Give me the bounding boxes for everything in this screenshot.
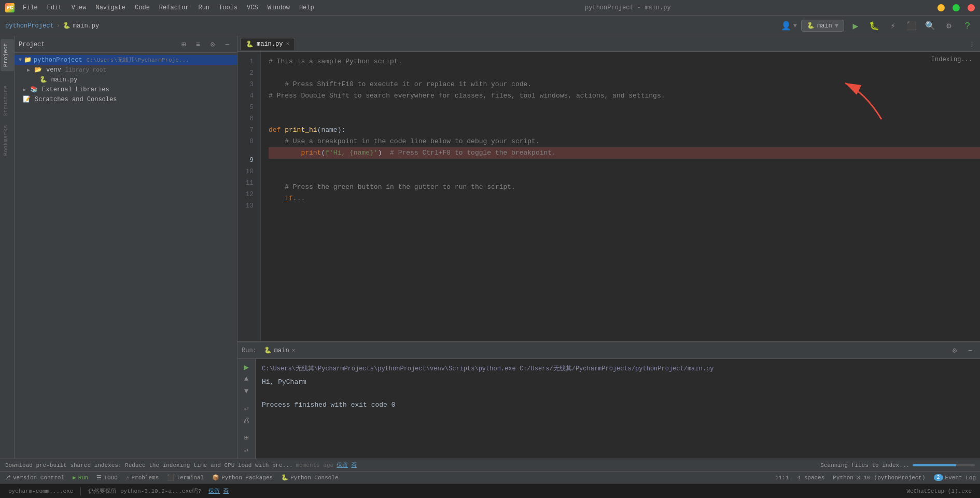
close-button[interactable]: ×: [968, 4, 975, 11]
user-account[interactable]: 👤 ▼: [781, 21, 797, 31]
menu-file[interactable]: File: [19, 3, 42, 12]
status-bar: ⎇ Version Control ▶ Run ☰ TODO ⚠ Problem…: [0, 471, 980, 483]
scanning-text: Scanning files to index...: [820, 462, 909, 468]
status-python-version[interactable]: Python 3.10 (pythonProject): [829, 472, 929, 483]
status-todo[interactable]: ☰ TODO: [92, 472, 121, 483]
scroll-down-button[interactable]: ▼: [240, 387, 253, 395]
content-area: Project Structure Bookmarks Project ⊞ ≡ …: [0, 36, 980, 471]
stop-button[interactable]: ⬛: [904, 19, 919, 33]
expand-all-button[interactable]: ⊞: [178, 39, 189, 50]
menu-refactor[interactable]: Refactor: [155, 3, 193, 12]
python-file-icon: 🐍: [39, 76, 47, 84]
tree-item-external-libs[interactable]: ▶ 📚 External Libraries: [15, 85, 237, 94]
collapse-all-button[interactable]: ≡: [192, 39, 204, 50]
indexing-status: Indexing...: [931, 56, 972, 63]
menu-window[interactable]: Window: [263, 3, 294, 12]
tree-item-mainpy[interactable]: 🐍 main.py: [15, 75, 237, 85]
layout-button[interactable]: ⊞: [240, 433, 253, 442]
debug-button[interactable]: 🐛: [867, 19, 881, 33]
settings-button[interactable]: ⚙: [942, 19, 956, 33]
print-button[interactable]: 🖨: [240, 417, 253, 425]
tab-file-icon: 🐍: [246, 40, 254, 48]
soft-wrap-button[interactable]: ↵: [240, 404, 253, 412]
breadcrumb-file[interactable]: main.py: [73, 22, 99, 30]
line-num-5: 5: [237, 102, 258, 113]
editor-tab-mainpy[interactable]: 🐍 main.py ×: [240, 38, 295, 50]
status-event-log[interactable]: 2 Event Log: [930, 472, 980, 483]
run-config-icon: 🐍: [807, 22, 815, 30]
line-num-7: 7: [237, 125, 258, 136]
menu-view[interactable]: View: [67, 3, 91, 12]
status-position[interactable]: 11:1: [771, 472, 793, 483]
tab-structure[interactable]: Structure: [1, 81, 14, 120]
line-num-12: 12: [237, 189, 258, 200]
tree-item-scratches[interactable]: 📝 Scratches and Consoles: [15, 94, 237, 104]
taskbar-pycharm[interactable]: pycharm-comm....exe: [4, 487, 77, 495]
code-line-9: print(f'Hi, {name}') # Press Ctrl+F8 to …: [269, 147, 980, 159]
scroll-up-button[interactable]: ▲: [240, 375, 253, 383]
run-panel-collapse-button[interactable]: −: [964, 345, 976, 356]
rerun-button[interactable]: ▶: [240, 362, 253, 372]
status-run[interactable]: ▶ Run: [68, 472, 92, 483]
taskbar-keep-link[interactable]: 保留: [208, 487, 220, 495]
status-version-control[interactable]: ⎇ Version Control: [0, 472, 68, 483]
project-panel-hide[interactable]: −: [221, 39, 233, 50]
line-num-9: 9: [237, 147, 258, 166]
problems-icon: ⚠: [126, 474, 130, 481]
code-line-13: if...: [269, 193, 980, 204]
minimize-button[interactable]: −: [937, 4, 945, 11]
version-control-label: Version Control: [13, 475, 64, 481]
python-packages-label: Python Packages: [221, 475, 273, 481]
run-with-coverage-button[interactable]: ⚡: [886, 19, 900, 33]
status-python-packages[interactable]: 📦 Python Packages: [208, 472, 277, 483]
menu-run[interactable]: Run: [194, 3, 214, 12]
code-content[interactable]: # This is a sample Python script. # Pres…: [261, 52, 980, 341]
tab-close-button[interactable]: ×: [286, 41, 289, 47]
tab-bookmarks[interactable]: Bookmarks: [1, 121, 14, 160]
help-button[interactable]: ?: [960, 19, 975, 33]
run-tab-close-button[interactable]: ×: [292, 348, 296, 354]
run-output-line1: Hi, PyCharm: [262, 377, 974, 388]
menu-vcs[interactable]: VCS: [243, 3, 262, 12]
todo-label: TODO: [104, 475, 117, 481]
libs-icon: 📚: [30, 86, 38, 93]
status-spaces[interactable]: 4 spaces: [793, 472, 829, 483]
taskbar-wechat[interactable]: WeChatSetup (1).exe: [903, 487, 976, 495]
code-line-7: def print_hi(name):: [269, 125, 980, 136]
menu-code[interactable]: Code: [131, 3, 154, 12]
status-problems[interactable]: ⚠ Problems: [122, 472, 163, 483]
taskbar-no-link[interactable]: 否: [223, 487, 229, 495]
scratches-icon: 📝: [23, 95, 31, 103]
menu-navigate[interactable]: Navigate: [91, 3, 130, 12]
external-libs-label: External Libraries: [42, 86, 109, 93]
project-settings-button[interactable]: ⚙: [207, 39, 218, 50]
run-button[interactable]: ▶: [848, 19, 863, 33]
status-python-console[interactable]: 🐍 Python Console: [277, 472, 342, 483]
project-panel-header: Project ⊞ ≡ ⚙ −: [15, 36, 237, 53]
menu-help[interactable]: Help: [295, 3, 318, 12]
app-logo: PC: [5, 3, 15, 12]
run-panel-settings-button[interactable]: ⚙: [949, 345, 960, 356]
notification-link-no[interactable]: 否: [351, 461, 357, 469]
search-button[interactable]: 🔍: [923, 19, 937, 33]
taskbar-python-msg[interactable]: 仍然要保留 python-3.10.2-a...exe吗?: [84, 486, 205, 496]
chevron-right-icon: ▶: [27, 67, 30, 73]
menu-tools[interactable]: Tools: [215, 3, 242, 12]
run-tab-main[interactable]: 🐍 main ×: [261, 345, 298, 355]
breadcrumb-project[interactable]: pythonProject: [5, 22, 54, 30]
run-config-selector[interactable]: 🐍 main ▼: [801, 20, 844, 32]
project-root-path: C:\Users\无线其\PycharmProje...: [87, 56, 189, 64]
tree-item-root[interactable]: ▼ 📁 pythonProject C:\Users\无线其\PycharmPr…: [15, 55, 237, 65]
window-title: pythonProject - main.py: [585, 4, 671, 11]
maximize-button[interactable]: □: [953, 4, 960, 11]
status-terminal[interactable]: ⬛ Terminal: [163, 472, 208, 483]
run-tab-name: main: [274, 347, 289, 354]
spaces-label: 4 spaces: [797, 475, 825, 481]
tree-item-venv[interactable]: ▶ 📂 venv library root: [15, 65, 237, 75]
notification-link-keep[interactable]: 保留: [337, 461, 348, 469]
tab-project[interactable]: Project: [1, 39, 14, 71]
menu-edit[interactable]: Edit: [43, 3, 66, 12]
editor-tab-menu-button[interactable]: ⋮: [967, 38, 977, 50]
restore-button[interactable]: ↩: [240, 446, 253, 455]
title-bar: PC File Edit View Navigate Code Refactor…: [0, 0, 980, 16]
